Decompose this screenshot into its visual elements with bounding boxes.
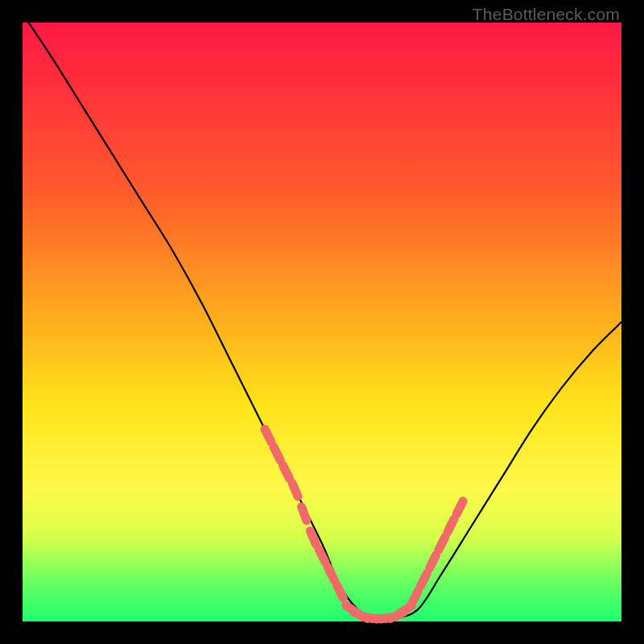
plot-area xyxy=(23,23,621,621)
highlight-dash xyxy=(430,555,436,568)
highlight-dash xyxy=(448,519,454,532)
highlight-dots-left xyxy=(265,429,343,598)
highlight-dash xyxy=(411,591,418,604)
highlight-dash xyxy=(328,567,334,580)
outer-frame: TheBottleneck.com xyxy=(0,0,644,644)
highlight-dash xyxy=(456,502,463,514)
highlight-dash xyxy=(292,483,298,497)
watermark-label: TheBottleneck.com xyxy=(473,5,620,24)
bottleneck-curve-path xyxy=(28,23,621,620)
highlight-dash xyxy=(319,549,325,562)
highlight-dash xyxy=(265,429,271,442)
highlight-dash xyxy=(336,585,343,598)
highlight-dash xyxy=(420,573,427,586)
highlight-dash xyxy=(283,465,289,478)
chart-svg xyxy=(23,23,621,621)
highlight-dash xyxy=(302,507,307,521)
highlight-dash xyxy=(439,537,445,550)
highlight-dash xyxy=(310,531,316,545)
highlight-dots-bottom xyxy=(346,605,412,619)
highlight-dash xyxy=(274,448,280,460)
